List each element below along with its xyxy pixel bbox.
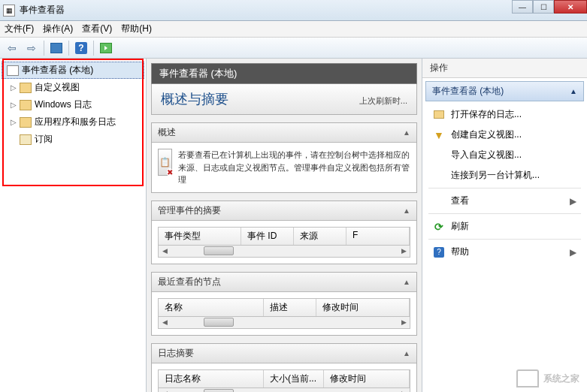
separator xyxy=(428,239,581,240)
separator xyxy=(68,41,69,56)
col-event-id[interactable]: 事件 ID xyxy=(241,228,294,245)
col-more[interactable]: F xyxy=(346,228,410,245)
actions-group-label: 事件查看器 (本地) xyxy=(432,85,504,98)
help-icon: ? xyxy=(433,246,445,258)
section-header-overview[interactable]: 概述 ▲ xyxy=(152,123,416,143)
window-buttons: — ☐ ✕ xyxy=(512,0,587,14)
center-header: 事件查看器 (本地) xyxy=(151,63,417,84)
action-pane-button[interactable] xyxy=(97,40,115,56)
arrow-right-icon: ⇨ xyxy=(27,42,36,54)
show-hide-tree-button[interactable] xyxy=(47,40,65,56)
action-label: 创建自定义视图... xyxy=(451,128,522,141)
app-icon: ▦ xyxy=(3,5,15,17)
separator xyxy=(44,41,44,56)
submenu-arrow-icon: ▶ xyxy=(570,196,576,207)
tree-item-label: 订阅 xyxy=(35,133,53,146)
action-create-custom-view[interactable]: ▼ 创建自定义视图... xyxy=(422,125,587,145)
folder-open-icon xyxy=(433,109,445,121)
panel-icon xyxy=(50,43,62,53)
col-modified[interactable]: 修改时间 xyxy=(324,370,410,387)
arrow-left-icon: ⇦ xyxy=(8,42,17,54)
scroll-thumb[interactable] xyxy=(204,318,234,327)
scroll-left-icon[interactable]: ◀ xyxy=(159,317,171,327)
scroll-thumb[interactable] xyxy=(204,389,234,393)
menu-file[interactable]: 文件(F) xyxy=(5,23,34,35)
section-overview: 概述 ▲ 📋 若要查看已在计算机上出现的事件，请在控制台树中选择相应的来源、日志… xyxy=(151,122,417,193)
refresh-icon: ⟳ xyxy=(433,221,445,233)
expand-icon[interactable]: ▷ xyxy=(11,101,18,109)
actions-group-header[interactable]: 事件查看器 (本地) ▲ xyxy=(425,81,584,101)
titlebar: ▦ 事件查看器 — ☐ ✕ xyxy=(0,0,587,21)
action-label: 连接到另一台计算机... xyxy=(451,169,540,182)
scroll-right-icon[interactable]: ▶ xyxy=(398,246,410,256)
help-button[interactable]: ? xyxy=(72,40,90,56)
action-label: 打开保存的日志... xyxy=(451,108,522,121)
scroll-right-icon[interactable]: ▶ xyxy=(398,317,410,327)
horizontal-scrollbar[interactable]: ◀ ▶ xyxy=(158,317,410,329)
collapse-icon: ▲ xyxy=(403,278,410,286)
section-title: 最近查看的节点 xyxy=(158,276,221,288)
section-logsum: 日志摘要 ▲ 日志名称 大小(当前... 修改时间 ◀ ▶ xyxy=(151,343,417,393)
toolbar: ⇦ ⇨ ? xyxy=(0,38,587,59)
section-title: 日志摘要 xyxy=(158,347,194,360)
scroll-right-icon[interactable]: ▶ xyxy=(398,388,410,393)
tree-root[interactable]: 事件查看器 (本地) xyxy=(2,62,144,79)
section-body: 事件类型 事件 ID 来源 F ◀ ▶ xyxy=(152,221,416,264)
action-label: 帮助 xyxy=(451,246,469,258)
blank-icon xyxy=(433,149,445,161)
center-subheader: 概述与摘要 上次刷新时... xyxy=(151,84,417,115)
col-modified[interactable]: 修改时间 xyxy=(316,299,410,316)
blank-icon xyxy=(433,170,445,182)
section-body: 名称 描述 修改时间 ◀ ▶ xyxy=(152,292,416,335)
scroll-thumb[interactable] xyxy=(204,246,234,255)
maximize-button[interactable]: ☐ xyxy=(533,0,554,14)
horizontal-scrollbar[interactable]: ◀ ▶ xyxy=(158,388,410,393)
col-size[interactable]: 大小(当前... xyxy=(264,370,324,387)
action-label: 刷新 xyxy=(451,220,469,233)
section-header-summary[interactable]: 管理事件的摘要 ▲ xyxy=(152,201,416,221)
expand-icon[interactable]: ▷ xyxy=(11,118,18,126)
collapse-icon: ▲ xyxy=(570,87,577,95)
tree-item-custom-views[interactable]: ▷ 自定义视图 xyxy=(0,79,146,96)
actions-pane: 操作 事件查看器 (本地) ▲ 打开保存的日志... ▼ 创建自定义视图... … xyxy=(422,59,587,392)
section-header-recent[interactable]: 最近查看的节点 ▲ xyxy=(152,273,416,292)
section-header-logsum[interactable]: 日志摘要 ▲ xyxy=(152,344,416,363)
last-refresh-label: 上次刷新时... xyxy=(359,95,407,107)
action-open-saved-log[interactable]: 打开保存的日志... xyxy=(422,104,587,125)
action-label: 查看 xyxy=(451,194,469,207)
minimize-button[interactable]: — xyxy=(512,0,533,14)
action-view[interactable]: 查看 ▶ xyxy=(422,191,587,211)
info-icon: 📋 xyxy=(158,149,172,176)
col-desc[interactable]: 描述 xyxy=(264,299,316,316)
close-button[interactable]: ✕ xyxy=(554,0,587,14)
play-icon xyxy=(100,43,112,53)
col-source[interactable]: 来源 xyxy=(294,228,346,245)
tree-item-subscriptions[interactable]: 订阅 xyxy=(0,131,146,148)
forward-button[interactable]: ⇨ xyxy=(23,40,41,56)
col-logname[interactable]: 日志名称 xyxy=(159,370,264,387)
col-name[interactable]: 名称 xyxy=(159,299,264,316)
center-pane: 事件查看器 (本地) 概述与摘要 上次刷新时... 概述 ▲ 📋 若要查看已在计… xyxy=(147,59,422,392)
actions-title: 操作 xyxy=(422,59,587,78)
expand-icon[interactable]: ▷ xyxy=(11,83,18,92)
scroll-left-icon[interactable]: ◀ xyxy=(159,246,171,256)
action-refresh[interactable]: ⟳ 刷新 xyxy=(422,216,587,237)
scroll-left-icon[interactable]: ◀ xyxy=(159,388,171,393)
tree-root-label: 事件查看器 (本地) xyxy=(22,64,93,77)
action-import-custom-view[interactable]: 导入自定义视图... xyxy=(422,145,587,165)
section-body: 📋 若要查看已在计算机上出现的事件，请在控制台树中选择相应的来源、日志或自定义视… xyxy=(152,143,416,192)
menu-help[interactable]: 帮助(H) xyxy=(121,23,152,35)
tree-item-windows-logs[interactable]: ▷ Windows 日志 xyxy=(0,96,146,113)
action-help[interactable]: ? 帮助 ▶ xyxy=(422,242,587,262)
back-button[interactable]: ⇦ xyxy=(3,40,21,56)
action-label: 导入自定义视图... xyxy=(451,149,522,161)
menu-view[interactable]: 查看(V) xyxy=(82,23,112,35)
col-event-type[interactable]: 事件类型 xyxy=(159,228,241,245)
horizontal-scrollbar[interactable]: ◀ ▶ xyxy=(158,246,410,258)
overview-text: 若要查看已在计算机上出现的事件，请在控制台树中选择相应的来源、日志或自定义视图节… xyxy=(178,149,410,186)
tree-item-app-services[interactable]: ▷ 应用程序和服务日志 xyxy=(0,113,146,131)
menu-action[interactable]: 操作(A) xyxy=(43,23,73,35)
overview-title: 概述与摘要 xyxy=(161,90,228,108)
help-icon: ? xyxy=(75,42,87,54)
action-connect-computer[interactable]: 连接到另一台计算机... xyxy=(422,165,587,185)
